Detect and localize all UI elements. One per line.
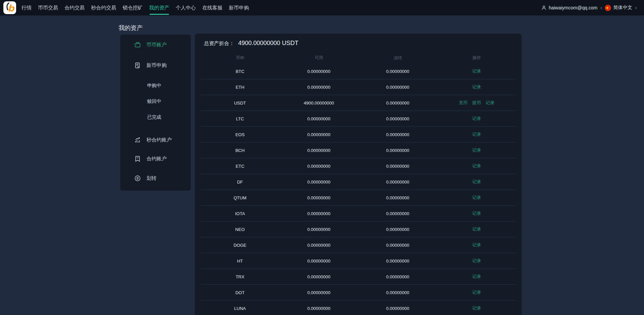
records-link[interactable]: 记录 bbox=[472, 195, 481, 201]
asset-actions: 记录 bbox=[437, 179, 516, 185]
records-link[interactable]: 记录 bbox=[486, 100, 495, 106]
nav-item-online-service[interactable]: 在线客服 bbox=[202, 0, 222, 15]
asset-coin: DOT bbox=[201, 290, 280, 295]
records-link[interactable]: 记录 bbox=[472, 131, 481, 137]
asset-frozen: 0.00000000 bbox=[358, 227, 437, 232]
asset-frozen: 0.00000000 bbox=[358, 259, 437, 264]
sidebar-item-contract-account[interactable]: 合约账户 bbox=[120, 153, 191, 164]
asset-frozen: 0.00000000 bbox=[358, 164, 437, 169]
asset-frozen: 0.00000000 bbox=[358, 243, 437, 248]
asset-row-trx: TRX0.000000000.00000000记录 bbox=[201, 269, 516, 285]
asset-actions: 记录 bbox=[437, 226, 516, 232]
app-logo[interactable]: b bbox=[3, 1, 16, 14]
asset-actions: 记录 bbox=[437, 274, 516, 280]
sidebar-item-subscribing[interactable]: 申购中 bbox=[120, 80, 191, 91]
assets-panel: 总资产折合： 4900.00000000 USDT 币种 可用 冻结 操作 BT… bbox=[195, 34, 522, 315]
records-link[interactable]: 记录 bbox=[472, 116, 481, 122]
asset-coin: TRX bbox=[201, 274, 280, 279]
language-label: 简体中文 bbox=[613, 5, 632, 11]
records-link[interactable]: 记录 bbox=[472, 274, 481, 280]
records-link[interactable]: 记录 bbox=[472, 210, 481, 216]
sidebar-item-label: 赎回中 bbox=[147, 99, 161, 105]
asset-available: 0.00000000 bbox=[280, 211, 358, 216]
asset-frozen: 0.00000000 bbox=[358, 101, 437, 106]
asset-row-bch: BCH0.000000000.00000000记录 bbox=[201, 143, 516, 158]
records-link[interactable]: 记录 bbox=[472, 289, 481, 296]
asset-actions: 记录 bbox=[437, 305, 516, 311]
doc-currency-icon: ¥ bbox=[134, 62, 141, 69]
asset-coin: QTUM bbox=[201, 195, 280, 200]
nav-item-user-center[interactable]: 个人中心 bbox=[176, 0, 196, 15]
nav-item-lockup-mining[interactable]: 锁仓挖矿 bbox=[123, 0, 143, 15]
asset-actions: 充币提币记录 bbox=[437, 100, 516, 106]
records-link[interactable]: 记录 bbox=[472, 84, 481, 90]
nav-item-new-coin-subscription[interactable]: 新币申购 bbox=[229, 0, 249, 15]
asset-coin: LTC bbox=[201, 116, 280, 121]
asset-frozen: 0.00000000 bbox=[358, 85, 437, 90]
sidebar-item-label: 申购中 bbox=[147, 83, 161, 89]
sidebar-item-redeeming[interactable]: 赎回中 bbox=[120, 96, 191, 107]
total-assets-row: 总资产折合： 4900.00000000 USDT bbox=[195, 34, 522, 47]
nav-item-my-assets[interactable]: 我的资产 bbox=[149, 0, 169, 15]
records-link[interactable]: 记录 bbox=[472, 163, 481, 169]
asset-coin: NEO bbox=[201, 227, 280, 232]
withdraw-link[interactable]: 提币 bbox=[472, 100, 481, 106]
asset-coin: EOS bbox=[201, 132, 280, 137]
sidebar-item-transfer[interactable]: 划转 bbox=[120, 173, 191, 184]
sidebar-item-label: 合约账户 bbox=[146, 156, 167, 162]
asset-row-eth: ETH0.000000000.00000000记录 bbox=[201, 79, 516, 95]
asset-coin: DOGE bbox=[201, 243, 280, 248]
asset-available: 0.00000000 bbox=[280, 132, 358, 137]
top-navbar: b 行情币币交易合约交易秒合约交易锁仓挖矿我的资产个人中心在线客服新币申购 ha… bbox=[0, 0, 644, 15]
sidebar-item-seconds-contract-account[interactable]: 秒合约账户 bbox=[120, 134, 191, 145]
asset-available: 0.00000000 bbox=[280, 290, 358, 295]
asset-actions: 记录 bbox=[437, 258, 516, 264]
chevron-icon: ‹ bbox=[635, 5, 637, 10]
records-link[interactable]: 记录 bbox=[472, 68, 481, 74]
logo-icon: b bbox=[3, 1, 16, 14]
asset-frozen: 0.00000000 bbox=[358, 148, 437, 153]
user-account-menu[interactable]: haiwaiymcom@qq.com ‹ bbox=[541, 5, 604, 11]
asset-coin: DF bbox=[201, 180, 280, 185]
asset-frozen: 0.00000000 bbox=[358, 180, 437, 185]
nav-item-market[interactable]: 行情 bbox=[22, 0, 32, 15]
records-link[interactable]: 记录 bbox=[472, 258, 481, 264]
contract-doc-icon bbox=[134, 155, 141, 162]
asset-coin: ETC bbox=[201, 164, 280, 169]
asset-actions: 记录 bbox=[437, 68, 516, 74]
sidebar-item-label: 秒合约账户 bbox=[146, 137, 172, 143]
asset-available: 0.00000000 bbox=[280, 85, 358, 90]
sidebar-item-label: 划转 bbox=[146, 175, 157, 182]
nav-item-contract-trading[interactable]: 合约交易 bbox=[65, 0, 85, 15]
deposit-link[interactable]: 充币 bbox=[459, 100, 468, 106]
asset-available: 0.00000000 bbox=[280, 195, 358, 200]
asset-actions: 记录 bbox=[437, 147, 516, 153]
asset-available: 0.00000000 bbox=[280, 243, 358, 248]
asset-frozen: 0.00000000 bbox=[358, 69, 437, 74]
asset-coin: USDT bbox=[201, 101, 280, 106]
asset-row-doge: DOGE0.000000000.00000000记录 bbox=[201, 237, 516, 253]
sidebar-item-new-coin-subscription[interactable]: ¥新币申购 bbox=[120, 60, 191, 71]
sidebar-item-completed[interactable]: 已完成 bbox=[120, 112, 191, 123]
page-title: 我的资产 bbox=[119, 24, 143, 32]
language-switcher[interactable]: ★ 简体中文 ‹ bbox=[605, 5, 639, 11]
navbar-right: haiwaiymcom@qq.com ‹ ★ 简体中文 ‹ bbox=[541, 5, 639, 11]
asset-row-etc: ETC0.000000000.00000000记录 bbox=[201, 158, 516, 174]
records-link[interactable]: 记录 bbox=[472, 242, 481, 248]
asset-row-neo: NEO0.000000000.00000000记录 bbox=[201, 222, 516, 237]
records-link[interactable]: 记录 bbox=[472, 305, 481, 311]
asset-row-dot: DOT0.000000000.00000000记录 bbox=[201, 285, 516, 301]
records-link[interactable]: 记录 bbox=[472, 226, 481, 232]
nav-item-spot-trading[interactable]: 币币交易 bbox=[38, 0, 58, 15]
asset-row-ht: HT0.000000000.00000000记录 bbox=[201, 253, 516, 269]
records-link[interactable]: 记录 bbox=[472, 147, 481, 153]
nav-item-seconds-contract-trading[interactable]: 秒合约交易 bbox=[91, 0, 116, 15]
sidebar-item-coin-account[interactable]: 币币账户 bbox=[120, 39, 191, 50]
asset-frozen: 0.00000000 bbox=[358, 132, 437, 137]
asset-row-df: DF0.000000000.00000000记录 bbox=[201, 174, 516, 190]
column-header-available: 可用 bbox=[280, 55, 358, 61]
asset-frozen: 0.00000000 bbox=[358, 274, 437, 279]
sidebar-item-label: 币币账户 bbox=[146, 42, 167, 48]
svg-text:b: b bbox=[8, 3, 15, 13]
records-link[interactable]: 记录 bbox=[472, 179, 481, 185]
